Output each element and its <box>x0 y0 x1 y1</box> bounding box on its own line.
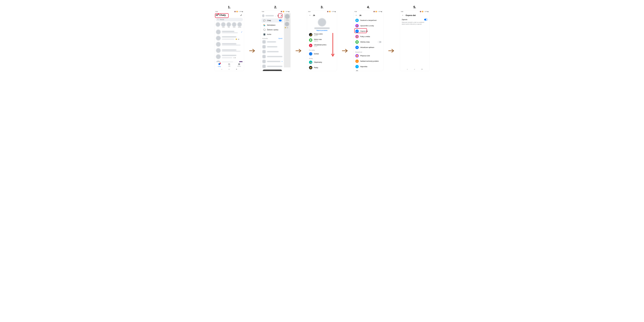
chat-row[interactable] <box>214 41 244 48</box>
people-icon: 👥 <box>309 52 312 56</box>
back-button[interactable]: ← <box>402 14 404 16</box>
community-item[interactable]: • <box>261 59 284 64</box>
communities-header: Komunity <box>262 38 268 39</box>
bell-icon: 🔔 <box>355 24 359 28</box>
menu-icon[interactable]: 1 <box>216 14 218 16</box>
svg-rect-5 <box>240 64 240 65</box>
arrow-icon <box>342 48 348 54</box>
row-app-updates[interactable]: ⬇ Aktualizace aplikace <box>354 45 383 50</box>
document-icon: 📄 <box>355 70 359 71</box>
status-icons: 🔇 📶 ⌁ 97%▮ <box>234 11 243 12</box>
compose-button[interactable] <box>240 14 243 17</box>
compose-button[interactable] <box>280 14 282 17</box>
svg-line-1 <box>218 20 219 20</box>
chevron-down-icon[interactable]: ⌄ <box>275 15 276 17</box>
row-switch-account[interactable]: 🔀 Přepnout účet <box>354 53 383 59</box>
status-bar: 8:25 🔇 📶 ⌁ 97%▮ <box>400 11 430 13</box>
bubble-icon: 💬 <box>355 40 359 44</box>
data-saver-icon: ✔ <box>355 30 359 33</box>
phone-screen-5: 8:25 🔇 📶 ⌁ 97%▮ ← Úspora dat Zapnuto Sta… <box>400 11 430 71</box>
community-item[interactable] <box>261 54 284 59</box>
status-bar: 8:24 🔇 📶 ⌁ 97%▮ <box>307 11 337 13</box>
back-button[interactable]: ← <box>309 14 311 16</box>
row-report-problem[interactable]: ⚠ Nahlásit technický problém <box>354 59 383 64</box>
community-item[interactable] <box>261 49 284 54</box>
drawer-label: Chaty <box>267 20 271 21</box>
status-icons: 🔇 📶 ⌁ 97%▮ <box>420 11 428 12</box>
search-placeholder: Hledat <box>220 19 224 21</box>
svg-point-6 <box>278 16 278 16</box>
row-photos-media[interactable]: 🖼️ Fotky a média <box>354 34 383 39</box>
side-drawer: ⌄ 💬 Chaty 1 🏪 <box>261 13 284 67</box>
at-icon: @ <box>309 44 312 47</box>
drawer-item-chats[interactable]: 💬 Chaty 1 <box>262 19 283 23</box>
write-note-link[interactable]: Napsat poznámku <box>316 30 328 31</box>
chat-list[interactable]: ✔ 😄 · so · 1. 6. · 25. 5.✔ <box>214 29 244 62</box>
section-prefs: Předvolby <box>307 70 337 71</box>
requests-icon: 🗨️ <box>263 29 266 31</box>
avatar[interactable] <box>262 14 264 17</box>
chat-icon: 💬 <box>263 20 266 22</box>
status-icons: 🔇 📶 ⌁ 97%▮ <box>327 11 336 12</box>
menu-badge: 1 <box>218 14 219 15</box>
drawer-label: Žádosti o zprávy <box>267 29 278 31</box>
stories-icon <box>238 63 240 65</box>
row-privacy[interactable]: 🛡️ Soukromí a bezpečnost <box>354 18 383 23</box>
row-orders[interactable]: 🛍️ Objednávky <box>307 60 337 65</box>
tab-chats[interactable]: 1 Chaty <box>214 63 224 67</box>
clock: 8:32 <box>216 11 218 12</box>
drawer-label: Archiv <box>267 34 271 35</box>
clock: 8:24 <box>262 11 264 12</box>
android-nav[interactable]: ‹○≡ <box>214 67 244 71</box>
people-icon <box>228 63 230 65</box>
moon-icon: 🌙 <box>309 33 312 36</box>
chat-row[interactable] <box>214 60 244 62</box>
data-saver-toggle[interactable] <box>424 19 428 21</box>
phone-screen-2: 8:24 🔇 📶 ⌁ 97%▮ ⌄ <box>261 11 290 71</box>
stories-row[interactable]: ··· Pavel Filip Romi Michal <box>214 22 244 29</box>
row-chat-bubbles[interactable]: 💬 Okénka chatu <box>354 39 383 45</box>
chat-icon: 💬 <box>309 38 312 42</box>
row-notifications[interactable]: 🔔 Upozornění a zvuky <box>354 23 383 29</box>
page-title: Chaty <box>219 14 226 17</box>
arrow-icon <box>296 48 302 54</box>
back-button[interactable]: ← <box>355 14 358 16</box>
status-bar: 8:26 🔇 📶 ⌁ 97%▮ <box>354 11 383 13</box>
row-legal[interactable]: 📄 Právní ustanovení a zásady <box>354 69 383 71</box>
row-help[interactable]: ? Nápověda <box>354 64 383 69</box>
step-number-1: 1. <box>228 5 231 9</box>
chat-row[interactable]: ✔ <box>214 29 244 35</box>
android-nav[interactable]: ‹○≡ <box>400 67 430 71</box>
svg-point-3 <box>230 64 230 64</box>
profile-avatar[interactable] <box>318 18 326 27</box>
status-bar: 8:32 🔇 📶 ⌁ 97%▮ <box>214 11 244 13</box>
search-input[interactable]: Hledat <box>216 18 243 21</box>
clock: 8:24 <box>308 11 310 12</box>
row-data-saver[interactable]: ✔ Úspora dat <box>354 29 383 34</box>
chat-row[interactable] <box>214 48 244 54</box>
drawer-item-marketplace[interactable]: 🏪 Marketplace <box>262 23 283 27</box>
edit-link[interactable]: Upravit <box>278 38 282 39</box>
search-icon <box>217 19 219 20</box>
status-icons: 🔇 📶 ⌁ 97%▮ <box>374 11 382 12</box>
chat-row[interactable]: 😄 · so <box>214 35 244 41</box>
community-item[interactable] <box>261 40 284 44</box>
tab-people[interactable]: Lidé <box>224 63 234 67</box>
page-title: Já <box>359 14 362 16</box>
status-icons: 🔇 📶 ⌁ 97%▮ <box>281 11 290 12</box>
community-item[interactable] <box>261 44 284 49</box>
phone-screen-3: 8:24 🔇 📶 ⌁ 97%▮ ← Já Napsat poznámku 🌙 T… <box>307 11 337 71</box>
marketplace-icon: 🏪 <box>263 24 266 26</box>
drawer-item-archive[interactable]: 🗄️ Archiv <box>262 32 283 37</box>
community-item[interactable] <box>261 64 284 69</box>
tab-stories[interactable]: Stories <box>234 63 244 67</box>
drawer-item-requests[interactable]: 🗨️ Žádosti o zprávy <box>262 28 283 32</box>
card-icon: 💳 <box>309 66 312 69</box>
bubbles-toggle[interactable] <box>378 41 382 43</box>
chat-row[interactable]: · 1. 6. <box>214 54 244 60</box>
image-icon: 🖼️ <box>355 35 359 38</box>
bottom-tabs: 1 Chaty Lidé Stories <box>214 62 244 67</box>
settings-button[interactable] <box>277 14 279 17</box>
clock: 8:25 <box>401 11 403 12</box>
row-payments[interactable]: 💳 Platby <box>307 65 337 70</box>
